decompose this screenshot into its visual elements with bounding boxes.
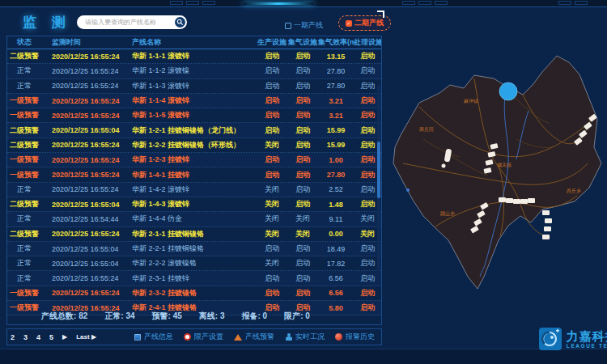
map-marker[interactable] [513, 199, 520, 204]
table-row[interactable]: 正常2020/12/25 16:55:04华新 2-2-2 滚镀镍铬关闭启动17… [7, 256, 381, 271]
checkbox-icon[interactable] [285, 23, 291, 29]
cell-time: 2020/12/25 16:55:24 [41, 112, 129, 120]
stat-limited-label: 限产: [284, 311, 303, 320]
cell-time: 2020/12/25 16:55:24 [41, 82, 129, 90]
legend-line-warning-label: 产线预警 [245, 332, 274, 342]
cell-name: 华新 1-4-4 仿金 [129, 214, 257, 224]
cell-name: 华新 2-2-2 滚镀镍铬 [129, 258, 257, 269]
cell-efficiency: 18.49 [318, 245, 354, 253]
cell-efficiency: 13.15 [318, 53, 354, 61]
table-body: 二级预警2020/12/25 16:55:24华新 1-1-1 滚镀锌启动启动1… [7, 49, 381, 315]
search-icon[interactable] [175, 17, 185, 28]
table-row[interactable]: 正常2020/12/25 16:55:24华新 1-1-3 滚镀锌启动启动27.… [7, 79, 381, 94]
page-button-3[interactable]: 3 [23, 333, 28, 341]
map-marker[interactable] [528, 198, 535, 203]
cell-production: 启动 [257, 95, 287, 106]
map-cluster-marker[interactable] [499, 83, 517, 100]
page-button-5[interactable]: 5 [49, 333, 53, 341]
table-header-row: 状态 监测时间 产线名称 生产设施 集气设施 集气效率(m³/s) 处理设施 [7, 36, 381, 49]
district-map: 麻洋镇 两丘田 城关镇 园山乡 西丘乡 [387, 42, 607, 325]
table-row[interactable]: 正常2020/12/25 16:55:24华新 1-4-2 滚镀锌关闭启动2.5… [7, 183, 381, 197]
phase2-label: 二期产线 [354, 18, 384, 28]
dot-icon [335, 333, 342, 341]
cell-time: 2020/12/25 16:54:44 [41, 215, 129, 223]
page-button-2[interactable]: 2 [11, 333, 15, 341]
cell-status: 正常 [7, 66, 41, 76]
legend-line-info-label: 产线信息 [144, 332, 173, 342]
cell-time: 2020/12/25 16:55:24 [41, 274, 129, 282]
legend-line-warning[interactable]: 产线预警 [234, 332, 274, 342]
cell-time: 2020/12/25 16:55:24 [41, 53, 129, 61]
decor-rect-group-left [170, 1, 215, 5]
table-row[interactable]: 二级预警2020/12/25 16:55:04华新 1-2-1 挂镀铜镍铬（龙门… [7, 123, 381, 138]
cell-time: 2020/12/25 16:55:04 [41, 201, 129, 209]
cell-efficiency: 1.00 [318, 156, 354, 164]
table-scrollbar[interactable] [377, 85, 380, 271]
phase1-checkbox[interactable]: 一期产线 [285, 20, 323, 31]
cell-time: 2020/12/25 16:55:24 [41, 289, 129, 297]
cell-efficiency: 6.56 [318, 274, 354, 282]
table-row[interactable]: 正常2020/12/25 16:55:24华新 1-1-2 滚镀镍启动启动27.… [7, 64, 381, 78]
cell-name: 华新 2-1-1 挂镀铜镍铬 [129, 229, 257, 239]
cell-efficiency: 6.56 [318, 289, 354, 297]
cell-time: 2020/12/25 16:55:04 [41, 260, 129, 268]
scrollbar-thumb[interactable] [377, 142, 380, 198]
map-marker[interactable] [542, 235, 550, 239]
legend-alarm-history-label: 报警历史 [346, 332, 375, 342]
map-marker[interactable] [544, 226, 551, 231]
checked-icon: ✓ [346, 20, 352, 27]
legend-realtime-status[interactable]: 实时工况 [285, 332, 325, 342]
cell-production: 关闭 [257, 258, 287, 269]
cell-production: 启动 [257, 66, 287, 76]
cell-name: 华新 1-1-5 滚镀锌 [129, 110, 257, 121]
map-marker[interactable] [520, 199, 528, 204]
cell-gas: 启动 [287, 170, 318, 180]
search-input[interactable] [83, 18, 175, 27]
table-row[interactable]: 一级预警2020/12/25 16:55:24华新 1-1-5 滚镀锌启动启动3… [7, 108, 381, 123]
table-row[interactable]: 正常2020/12/25 16:55:04华新 2-2-1 挂镀铜镍铬启动启动1… [7, 242, 381, 256]
table-row[interactable]: 二级预警2020/12/25 16:55:24华新 2-1-1 挂镀铜镍铬关闭关… [7, 227, 381, 242]
cell-status: 一级预警 [7, 154, 41, 165]
marker-chain-southeast[interactable] [542, 210, 552, 239]
col-status: 状态 [7, 37, 41, 48]
page-button-4[interactable]: 4 [36, 333, 40, 341]
map-marker[interactable] [506, 198, 513, 203]
stat-normal-label: 正常: [104, 311, 123, 320]
map-marker[interactable] [499, 197, 506, 202]
table-row[interactable]: 一级预警2020/12/25 16:55:24华新 1-4-1 挂镀锌启动启动2… [7, 167, 381, 182]
legend-limit-settings[interactable]: 限产设置 [184, 332, 223, 342]
company-logo: 力嘉科技 LEAGUE TECH [539, 328, 607, 350]
cell-status: 正常 [7, 273, 41, 284]
cell-status: 二级预警 [7, 125, 41, 136]
cell-efficiency: 27.80 [318, 82, 354, 90]
table-row[interactable]: 一级预警2020/12/25 16:55:24华新 1-1-4 滚镀锌启动启动3… [7, 94, 381, 108]
map-marker[interactable] [545, 218, 552, 223]
map-marker[interactable] [542, 210, 550, 215]
cell-treatment: 启动 [354, 273, 381, 284]
map-label: 两丘田 [419, 126, 434, 133]
legend-alarm-history[interactable]: 报警历史 [335, 332, 375, 342]
search-box[interactable] [77, 15, 187, 29]
table-row[interactable]: 一级预警2020/12/25 16:55:24华新 2-3-2 挂镀镍铬启动启动… [7, 286, 381, 301]
last-page-button[interactable]: Last ▶ [76, 333, 96, 341]
monitoring-dashboard: 监 测 一期产线 ✓ 二期产线 状态 监测时间 产线名称 生产设施 集气设施 集… [0, 0, 607, 364]
cell-status: 二级预警 [7, 140, 41, 150]
cell-status: 正常 [7, 214, 41, 224]
top-glow-accent [243, 2, 314, 5]
cell-production: 启动 [257, 81, 287, 91]
stat-total-value: 82 [79, 311, 87, 320]
next-page-icon[interactable]: ▶ [62, 333, 67, 341]
cell-production: 关闭 [257, 184, 287, 195]
legend-line-info[interactable]: 产线信息 [134, 332, 173, 342]
map-marker[interactable] [442, 164, 446, 168]
cell-production: 启动 [257, 51, 287, 61]
cell-status: 正常 [7, 184, 41, 195]
table-row[interactable]: 二级预警2020/12/25 16:55:24华新 1-1-1 滚镀锌启动启动1… [7, 49, 381, 64]
cell-treatment: 启动 [354, 51, 381, 61]
table-row[interactable]: 正常2020/12/25 16:54:44华新 1-4-4 仿金关闭关闭9.11… [7, 212, 381, 226]
table-row[interactable]: 二级预警2020/12/25 16:55:24华新 1-2-2 挂镀铜镍铬（环形… [7, 138, 381, 153]
table-row[interactable]: 正常2020/12/25 16:55:24华新 2-3-1 挂镀锌启动启动6.5… [7, 271, 381, 286]
table-row[interactable]: 二级预警2020/12/25 16:55:04华新 1-4-3 滚镀锌关闭启动1… [7, 197, 381, 212]
cell-status: 二级预警 [7, 199, 41, 210]
table-row[interactable]: 一级预警2020/12/25 16:55:24华新 1-2-3 挂镀锌启动启动1… [7, 153, 381, 167]
